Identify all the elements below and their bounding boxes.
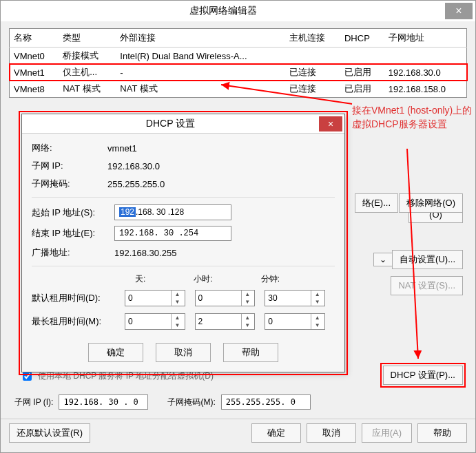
up-arrow-icon[interactable]: ▲	[242, 291, 253, 298]
titlebar: 虚拟网络编辑器 ×	[1, 1, 475, 21]
down-arrow-icon[interactable]: ▼	[172, 298, 183, 306]
cell-external: NAT 模式	[116, 81, 285, 98]
default-lease-minutes[interactable]: ▲▼	[265, 290, 325, 306]
cell-type: 桥接模式	[59, 48, 116, 65]
down-arrow-icon[interactable]: ▼	[172, 322, 183, 329]
up-arrow-icon[interactable]: ▲	[242, 314, 253, 322]
dialog-cancel-button[interactable]: 取消	[156, 343, 211, 362]
table-row[interactable]: VMnet0 桥接模式 Intel(R) Dual Band Wireless-…	[10, 48, 467, 65]
start-ip-label: 起始 IP 地址(S):	[32, 207, 114, 219]
cell-external: Intel(R) Dual Band Wireless-A...	[116, 48, 285, 65]
max-lease-days[interactable]: ▲▼	[125, 313, 185, 330]
col-name[interactable]: 名称	[10, 29, 59, 48]
annotation-text: 接在VMnet1 (host-only)上的虚拟DHCP服务器设置	[352, 104, 473, 131]
dialog-title: DHCP 设置	[22, 118, 319, 130]
apply-button[interactable]: 应用(A)	[362, 423, 412, 443]
default-lease-hours[interactable]: ▲▼	[195, 290, 256, 306]
up-arrow-icon[interactable]: ▲	[311, 291, 323, 298]
cell-dhcp: 已启用	[340, 81, 384, 98]
subnet-mask-label: 子网掩码:	[32, 178, 107, 190]
max-lease-minutes[interactable]: ▲▼	[265, 313, 325, 330]
broadcast-value: 192.168.30.255	[114, 248, 176, 258]
max-lease-hours-input[interactable]	[196, 314, 241, 329]
nat-settings-button[interactable]: NAT 设置(S)...	[391, 276, 463, 295]
cell-name: VMnet8	[10, 81, 59, 98]
up-arrow-icon[interactable]: ▲	[172, 291, 183, 298]
table-row-selected[interactable]: VMnet1 仅主机... - 已连接 已启用 192.168.30.0	[10, 64, 467, 81]
network-table[interactable]: 名称 类型 外部连接 主机连接 DHCP 子网地址 VMnet0 桥接模式 In…	[9, 28, 467, 98]
dialog-help-button[interactable]: 帮助	[223, 343, 278, 362]
subnet-mask-value: 255.255.255.0	[107, 179, 165, 189]
down-arrow-icon[interactable]: ▼	[242, 298, 253, 306]
close-button[interactable]: ×	[445, 3, 473, 19]
col-dhcp[interactable]: DHCP	[340, 29, 384, 48]
default-lease-days[interactable]: ▲▼	[125, 290, 185, 306]
footer: 还原默认设置(R) 确定 取消 应用(A) 帮助	[1, 419, 475, 447]
hours-header: 小时:	[194, 273, 212, 285]
days-header: 天:	[135, 273, 145, 285]
col-subnet[interactable]: 子网地址	[384, 29, 467, 48]
end-ip-label: 结束 IP 地址(E):	[32, 227, 114, 240]
col-type[interactable]: 类型	[59, 29, 116, 48]
cell-host: 已连接	[285, 64, 340, 81]
up-arrow-icon[interactable]: ▲	[172, 314, 183, 322]
default-lease-label: 默认租用时间(D):	[32, 292, 125, 304]
net-label: 网络:	[32, 142, 107, 154]
subnet-ip-label: 子网 IP:	[32, 160, 107, 172]
remove-network-button[interactable]: 移除网络(O)	[399, 193, 463, 213]
dialog-ok-button[interactable]: 确定	[88, 343, 143, 362]
table-header-row: 名称 类型 外部连接 主机连接 DHCP 子网地址	[10, 29, 467, 48]
max-lease-days-input[interactable]	[125, 314, 171, 329]
subnet-mask-input[interactable]	[221, 394, 311, 410]
cell-subnet: 192.168.158.0	[384, 81, 467, 98]
minutes-header: 分钟:	[261, 273, 280, 285]
cell-subnet: 192.168.30.0	[384, 64, 467, 81]
cell-host: 已连接	[285, 81, 340, 98]
cancel-button[interactable]: 取消	[307, 423, 356, 443]
subnet-ip-input[interactable]	[59, 394, 148, 410]
cell-subnet	[384, 48, 467, 65]
add-network-button[interactable]: 络(E)...	[355, 193, 398, 213]
use-dhcp-checkbox[interactable]	[23, 372, 32, 381]
end-ip-input[interactable]: 192.168. 30 .254	[114, 226, 231, 241]
col-host[interactable]: 主机连接	[285, 29, 340, 48]
dhcp-settings-button[interactable]: DHCP 设置(P)...	[383, 366, 463, 385]
down-arrow-icon[interactable]: ▼	[242, 322, 253, 329]
start-ip-input[interactable]: 192.168. 30 .128	[114, 204, 231, 220]
help-button[interactable]: 帮助	[417, 423, 467, 443]
cell-name: VMnet0	[10, 48, 59, 65]
cell-dhcp: 已启用	[340, 64, 384, 81]
window-title: 虚拟网络编辑器	[1, 5, 445, 17]
max-lease-label: 最长租用时间(M):	[32, 315, 125, 328]
auto-settings-button[interactable]: 自动设置(U)...	[392, 250, 463, 269]
cell-dhcp	[340, 48, 384, 65]
net-value: vmnet1	[107, 143, 137, 154]
dhcp-settings-dialog: DHCP 设置 × 网络: vmnet1 子网 IP: 192.168.30.0…	[21, 114, 345, 372]
ok-button[interactable]: 确定	[251, 423, 301, 443]
down-arrow-icon[interactable]: ▼	[311, 298, 323, 306]
default-lease-days-input[interactable]	[125, 291, 171, 306]
cell-name: VMnet1	[10, 64, 59, 81]
cell-host	[285, 48, 340, 65]
broadcast-label: 广播地址:	[32, 246, 114, 259]
max-lease-hours[interactable]: ▲▼	[195, 313, 256, 330]
subnet-mask-label: 子网掩码(M):	[167, 397, 215, 408]
default-lease-hours-input[interactable]	[196, 291, 241, 306]
col-external[interactable]: 外部连接	[116, 29, 285, 48]
cell-external: -	[116, 64, 285, 81]
subnet-ip-value: 192.168.30.0	[107, 161, 160, 171]
cell-type: NAT 模式	[59, 81, 116, 98]
dialog-titlebar: DHCP 设置 ×	[22, 114, 344, 134]
virtual-network-editor-window: 虚拟网络编辑器 × 名称 类型 外部连接 主机连接 DHCP 子网地址 VMne…	[0, 0, 476, 453]
cell-type: 仅主机...	[59, 64, 116, 81]
default-lease-minutes-input[interactable]	[265, 291, 311, 306]
subnet-ip-label: 子网 IP (I):	[14, 397, 53, 408]
down-arrow-icon[interactable]: ▼	[311, 322, 323, 329]
restore-defaults-button[interactable]: 还原默认设置(R)	[9, 423, 90, 443]
table-row[interactable]: VMnet8 NAT 模式 NAT 模式 已连接 已启用 192.168.158…	[10, 81, 467, 98]
max-lease-minutes-input[interactable]	[265, 314, 311, 329]
dropdown-arrow[interactable]: ⌄	[373, 253, 393, 266]
dialog-close-button[interactable]: ×	[319, 116, 342, 131]
up-arrow-icon[interactable]: ▲	[311, 314, 323, 322]
